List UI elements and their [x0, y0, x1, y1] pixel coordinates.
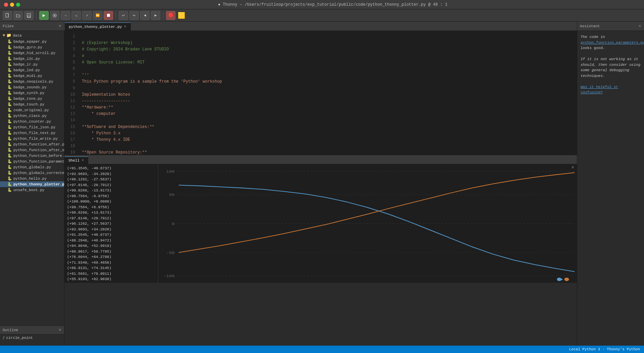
assistant-feedback-link[interactable]: Was it helpful or confusing? — [581, 85, 618, 95]
file-python-function-before[interactable]: 🐍 python_function_before.py — [0, 153, 64, 159]
py-file-icon: 🐍 — [7, 171, 12, 175]
shell-output[interactable]: (+91.3545, -40.6737) (+93.9693, -34.2020… — [64, 164, 158, 283]
file-label: python_hello.py — [13, 177, 47, 181]
line-numbers: 12345 678910 1112131415 1617181920 21 — [64, 31, 78, 155]
editor-tab-main[interactable]: python_thonny_plotter.py × — [64, 23, 131, 31]
fullscreen-button[interactable] — [16, 3, 20, 7]
outline-close-button[interactable]: × — [59, 327, 61, 333]
step-out-button[interactable]: ↗ — [82, 11, 92, 20]
file-label: python_function_after.py — [13, 142, 64, 146]
forward-button[interactable]: ▶ — [151, 11, 160, 20]
file-label: badge_touch.py — [13, 102, 44, 106]
py-file-icon: 🐍 — [7, 142, 12, 146]
file-python-function-after-opt[interactable]: 🐍 python_function_after_optimized.py — [0, 147, 64, 153]
file-python-counter[interactable]: 🐍 python_counter.py — [0, 119, 64, 124]
file-python-function-params[interactable]: 🐍 python_function_parameters.py — [0, 159, 64, 164]
file-badge-led[interactable]: 🐍 badge_led.py — [0, 67, 64, 73]
file-badge-touch[interactable]: 🐍 badge_touch.py — [0, 101, 64, 107]
svg-rect-2 — [28, 13, 30, 15]
folder-data[interactable]: ▼ 📁 data — [0, 32, 64, 39]
file-badge-i2c[interactable]: 🐍 badge_i2c.py — [0, 56, 64, 61]
shell-line: (+93.9693, -34.2020) — [67, 171, 155, 177]
file-badge-gyro[interactable]: 🐍 badge_gyro.py — [0, 44, 64, 50]
folder-arrow-icon: ▼ — [3, 33, 5, 38]
file-badge-midi[interactable]: 🐍 badge_midi.py — [0, 73, 64, 79]
stop-button[interactable]: ⏹ — [104, 11, 113, 20]
file-badge-synth[interactable]: 🐍 badge_synth.py — [0, 90, 64, 96]
outline-item-circle-point[interactable]: ƒ circle_point — [0, 335, 64, 341]
shell-tab-label: Shell — [68, 159, 79, 163]
shell-line: (+91.3545, +40.6737) — [67, 232, 155, 238]
file-badge-epaper[interactable]: 🐍 badge_epaper.py — [0, 39, 64, 44]
file-label: badge_hid_scroll.py — [13, 51, 55, 55]
close-button[interactable] — [4, 3, 8, 7]
new-file-button[interactable] — [3, 11, 12, 20]
file-python-globals[interactable]: 🐍 python_globals.py — [0, 164, 64, 170]
minimize-button[interactable] — [10, 3, 14, 7]
file-python-function-after[interactable]: 🐍 python_function_after.py — [0, 141, 64, 147]
debug-button[interactable] — [50, 11, 59, 20]
py-file-icon: 🐍 — [7, 39, 12, 44]
shell-line: (+91.3545, -40.6737) — [67, 166, 155, 171]
py-file-icon: 🐍 — [7, 176, 12, 181]
stop-sign-button[interactable]: 🛑 — [166, 11, 175, 20]
py-file-icon: 🐍 — [7, 131, 12, 135]
file-label: badge_led.py — [13, 68, 40, 72]
file-badge-sounds[interactable]: 🐍 badge_sounds.py — [0, 84, 64, 90]
step-into-button[interactable]: ↘ — [71, 11, 81, 20]
file-label: badge_tone.py — [13, 97, 42, 101]
assistant-text-1: The code in python_function_parameters.p… — [581, 34, 641, 51]
svg-point-5 — [54, 15, 55, 16]
file-badge-tone[interactable]: 🐍 badge_tone.py — [0, 96, 64, 101]
redo-button[interactable]: ↪ — [129, 11, 139, 20]
legend-blue-dot: ● — [561, 278, 563, 281]
shell-tab[interactable]: Shell × — [64, 157, 88, 164]
file-python-class[interactable]: 🐍 python_class.py — [0, 113, 64, 119]
py-file-icon: 🐍 — [7, 108, 12, 112]
legend-orange-dot: ● — [565, 278, 567, 281]
save-file-button[interactable] — [24, 11, 34, 20]
assistant-function-params-link[interactable]: python_function_parameters.py — [581, 41, 644, 45]
plotter-legend: ● ● — [561, 278, 567, 281]
open-file-button[interactable] — [13, 11, 23, 20]
sidebar-close-button[interactable]: × — [59, 24, 61, 29]
file-python-thonny-plotter[interactable]: 🐍 python_thonny_plotter.py — [0, 181, 64, 187]
assistant-content: The code in python_function_parameters.p… — [577, 31, 644, 99]
shell-area: Shell × (+91.3545, -40.6737) (+93.9693, … — [64, 155, 577, 283]
file-label: python_thonny_plotter.py — [13, 182, 64, 186]
plotter-area: × — [158, 164, 577, 283]
run-button[interactable]: ▶ — [39, 11, 49, 20]
assistant-close-button[interactable]: × — [639, 24, 641, 29]
shell-line: (+97.8148, -20.7912) — [67, 182, 155, 188]
file-badge-neopixels[interactable]: 🐍 badge_neopixels.py — [0, 79, 64, 84]
file-label: badge_neopixels.py — [13, 80, 53, 84]
resume-button[interactable]: ⏩ — [93, 11, 102, 20]
shell-tab-close[interactable]: × — [82, 158, 84, 163]
back-button[interactable]: ◀ — [140, 11, 150, 20]
file-python-hello[interactable]: 🐍 python_hello.py — [0, 176, 64, 181]
sidebar: Files × ▼ 📁 data 🐍 badge_epaper.py 🐍 bad… — [0, 21, 64, 346]
file-python-file-text[interactable]: 🐍 python_file_text.py — [0, 130, 64, 136]
svg-rect-3 — [28, 16, 30, 17]
file-code-original[interactable]: 🐍 code_original.py — [0, 107, 64, 113]
file-python-file-write[interactable]: 🐍 python_file_write.py — [0, 136, 64, 141]
shell-line: (+88.2948, +46.9472) — [67, 238, 155, 244]
window-title: ● Thonny – /Users/fruitloop/projects/exp… — [25, 2, 640, 7]
files-label: Files — [3, 24, 14, 28]
file-badge-hid-scroll[interactable]: 🐍 badge_hid_scroll.py — [0, 50, 64, 56]
step-over-button[interactable]: → — [61, 11, 70, 20]
file-python-file-json[interactable]: 🐍 python_file_json.py — [0, 124, 64, 130]
editor-tab-label: python_thonny_plotter.py — [69, 25, 122, 29]
file-label: python_file_write.py — [13, 137, 58, 141]
py-file-icon: 🐍 — [7, 79, 12, 84]
file-badge-ir[interactable]: 🐍 badge_ir.py — [0, 61, 64, 67]
plotter-close-button[interactable]: × — [572, 165, 574, 170]
undo-button[interactable]: ↩ — [119, 11, 128, 20]
file-python-globals-corrected[interactable]: 🐍 python_globals_corrected.py — [0, 170, 64, 176]
traffic-lights — [4, 3, 20, 7]
editor-tab-close[interactable]: × — [124, 25, 126, 29]
folder-icon: 📁 — [6, 33, 11, 38]
code-editor[interactable]: 12345 678910 1112131415 1617181920 21 # … — [64, 31, 577, 155]
shell-tabs: Shell × — [64, 156, 577, 164]
file-unsafe-boot[interactable]: 🐍 unsafe_boot.py — [0, 187, 64, 193]
